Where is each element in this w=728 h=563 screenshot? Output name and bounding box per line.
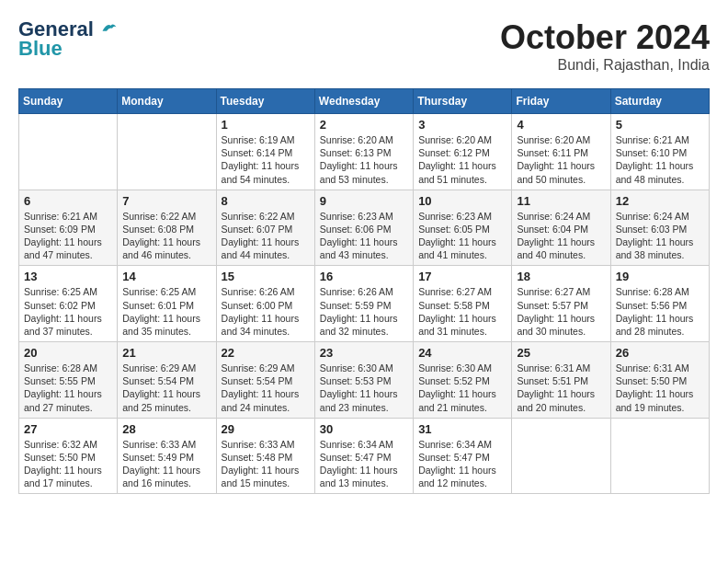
- calendar-cell: 2Sunrise: 6:20 AM Sunset: 6:13 PM Daylig…: [314, 114, 413, 190]
- month-title: October 2024: [500, 18, 710, 57]
- calendar-cell: 11Sunrise: 6:24 AM Sunset: 6:04 PM Dayli…: [512, 190, 610, 266]
- cell-content: Sunrise: 6:28 AM Sunset: 5:55 PM Dayligh…: [24, 362, 112, 414]
- logo: General Blue: [18, 18, 118, 61]
- day-number: 13: [24, 270, 112, 283]
- day-number: 4: [517, 118, 605, 132]
- calendar-cell: 10Sunrise: 6:23 AM Sunset: 6:05 PM Dayli…: [414, 190, 512, 266]
- cell-content: Sunrise: 6:33 AM Sunset: 5:48 PM Dayligh…: [222, 438, 310, 490]
- calendar-cell: 30Sunrise: 6:34 AM Sunset: 5:47 PM Dayli…: [314, 418, 413, 494]
- weekday-header-friday: Friday: [512, 89, 610, 114]
- cell-content: Sunrise: 6:32 AM Sunset: 5:50 PM Dayligh…: [24, 438, 112, 490]
- calendar-cell: 9Sunrise: 6:23 AM Sunset: 6:06 PM Daylig…: [314, 190, 413, 266]
- day-number: 10: [418, 194, 506, 208]
- cell-content: Sunrise: 6:28 AM Sunset: 5:56 PM Dayligh…: [616, 285, 704, 338]
- day-number: 28: [122, 422, 210, 436]
- calendar-cell: 20Sunrise: 6:28 AM Sunset: 5:55 PM Dayli…: [19, 342, 118, 419]
- day-number: 18: [517, 270, 605, 283]
- title-block: October 2024 Bundi, Rajasthan, India: [500, 18, 710, 74]
- calendar-cell: 28Sunrise: 6:33 AM Sunset: 5:49 PM Dayli…: [118, 418, 216, 494]
- cell-content: Sunrise: 6:22 AM Sunset: 6:08 PM Dayligh…: [122, 210, 210, 262]
- logo-bird-icon: [101, 19, 118, 36]
- day-number: 21: [122, 346, 210, 360]
- page-header: General Blue October 2024 Bundi, Rajasth…: [18, 18, 710, 74]
- cell-content: Sunrise: 6:30 AM Sunset: 5:53 PM Dayligh…: [320, 362, 408, 414]
- cell-content: Sunrise: 6:23 AM Sunset: 6:06 PM Dayligh…: [320, 210, 408, 262]
- day-number: 2: [320, 118, 408, 132]
- calendar-cell: 7Sunrise: 6:22 AM Sunset: 6:08 PM Daylig…: [118, 190, 216, 266]
- cell-content: Sunrise: 6:24 AM Sunset: 6:04 PM Dayligh…: [517, 210, 605, 262]
- day-number: 23: [320, 346, 408, 360]
- calendar-header-row: SundayMondayTuesdayWednesdayThursdayFrid…: [19, 89, 710, 114]
- cell-content: Sunrise: 6:20 AM Sunset: 6:11 PM Dayligh…: [517, 133, 605, 186]
- cell-content: Sunrise: 6:33 AM Sunset: 5:49 PM Dayligh…: [122, 438, 210, 490]
- calendar-cell: 3Sunrise: 6:20 AM Sunset: 6:12 PM Daylig…: [414, 114, 512, 190]
- cell-content: Sunrise: 6:25 AM Sunset: 6:02 PM Dayligh…: [24, 285, 112, 338]
- cell-content: Sunrise: 6:27 AM Sunset: 5:57 PM Dayligh…: [517, 285, 605, 338]
- day-number: 7: [122, 194, 210, 208]
- calendar-cell: 23Sunrise: 6:30 AM Sunset: 5:53 PM Dayli…: [314, 342, 413, 419]
- day-number: 9: [320, 194, 408, 208]
- calendar-cell: 18Sunrise: 6:27 AM Sunset: 5:57 PM Dayli…: [512, 266, 610, 342]
- cell-content: Sunrise: 6:34 AM Sunset: 5:47 PM Dayligh…: [418, 438, 506, 490]
- calendar-cell: 12Sunrise: 6:24 AM Sunset: 6:03 PM Dayli…: [610, 190, 709, 266]
- cell-content: Sunrise: 6:20 AM Sunset: 6:12 PM Dayligh…: [418, 133, 506, 186]
- calendar-cell: 27Sunrise: 6:32 AM Sunset: 5:50 PM Dayli…: [19, 418, 118, 494]
- day-number: 30: [320, 422, 408, 436]
- calendar-week-1: 1Sunrise: 6:19 AM Sunset: 6:14 PM Daylig…: [19, 114, 710, 190]
- weekday-header-thursday: Thursday: [414, 89, 512, 114]
- cell-content: Sunrise: 6:30 AM Sunset: 5:52 PM Dayligh…: [418, 362, 506, 414]
- cell-content: Sunrise: 6:26 AM Sunset: 6:00 PM Dayligh…: [222, 285, 310, 338]
- day-number: 3: [418, 118, 506, 132]
- day-number: 31: [418, 422, 506, 436]
- day-number: 29: [222, 422, 310, 436]
- calendar-week-3: 13Sunrise: 6:25 AM Sunset: 6:02 PM Dayli…: [19, 266, 710, 342]
- calendar-cell: 8Sunrise: 6:22 AM Sunset: 6:07 PM Daylig…: [216, 190, 314, 266]
- cell-content: Sunrise: 6:22 AM Sunset: 6:07 PM Dayligh…: [222, 210, 310, 262]
- calendar-cell: 5Sunrise: 6:21 AM Sunset: 6:10 PM Daylig…: [610, 114, 709, 190]
- day-number: 11: [517, 194, 605, 208]
- weekday-header-sunday: Sunday: [19, 89, 118, 114]
- cell-content: Sunrise: 6:20 AM Sunset: 6:13 PM Dayligh…: [320, 133, 408, 186]
- weekday-header-tuesday: Tuesday: [216, 89, 314, 114]
- weekday-header-saturday: Saturday: [610, 89, 709, 114]
- cell-content: Sunrise: 6:24 AM Sunset: 6:03 PM Dayligh…: [616, 210, 704, 262]
- day-number: 24: [418, 346, 506, 360]
- calendar-cell: [19, 114, 118, 190]
- cell-content: Sunrise: 6:29 AM Sunset: 5:54 PM Dayligh…: [222, 362, 310, 414]
- day-number: 5: [616, 118, 704, 132]
- cell-content: Sunrise: 6:31 AM Sunset: 5:50 PM Dayligh…: [616, 362, 704, 414]
- calendar-week-4: 20Sunrise: 6:28 AM Sunset: 5:55 PM Dayli…: [19, 342, 710, 419]
- calendar-cell: 1Sunrise: 6:19 AM Sunset: 6:14 PM Daylig…: [216, 114, 314, 190]
- day-number: 16: [320, 270, 408, 283]
- calendar-table: SundayMondayTuesdayWednesdayThursdayFrid…: [18, 88, 710, 494]
- calendar-cell: 22Sunrise: 6:29 AM Sunset: 5:54 PM Dayli…: [216, 342, 314, 419]
- calendar-cell: 19Sunrise: 6:28 AM Sunset: 5:56 PM Dayli…: [610, 266, 709, 342]
- weekday-header-wednesday: Wednesday: [314, 89, 413, 114]
- day-number: 19: [616, 270, 704, 283]
- cell-content: Sunrise: 6:27 AM Sunset: 5:58 PM Dayligh…: [418, 285, 506, 338]
- calendar-cell: 31Sunrise: 6:34 AM Sunset: 5:47 PM Dayli…: [414, 418, 512, 494]
- cell-content: Sunrise: 6:21 AM Sunset: 6:09 PM Dayligh…: [24, 210, 112, 262]
- weekday-header-monday: Monday: [118, 89, 216, 114]
- calendar-week-2: 6Sunrise: 6:21 AM Sunset: 6:09 PM Daylig…: [19, 190, 710, 266]
- calendar-body: 1Sunrise: 6:19 AM Sunset: 6:14 PM Daylig…: [19, 114, 710, 494]
- cell-content: Sunrise: 6:21 AM Sunset: 6:10 PM Dayligh…: [616, 133, 704, 186]
- calendar-cell: 25Sunrise: 6:31 AM Sunset: 5:51 PM Dayli…: [512, 342, 610, 419]
- day-number: 17: [418, 270, 506, 283]
- cell-content: Sunrise: 6:29 AM Sunset: 5:54 PM Dayligh…: [122, 362, 210, 414]
- day-number: 8: [222, 194, 310, 208]
- calendar-cell: 4Sunrise: 6:20 AM Sunset: 6:11 PM Daylig…: [512, 114, 610, 190]
- calendar-cell: 15Sunrise: 6:26 AM Sunset: 6:00 PM Dayli…: [216, 266, 314, 342]
- day-number: 14: [122, 270, 210, 283]
- calendar-cell: [610, 418, 709, 494]
- day-number: 15: [222, 270, 310, 283]
- calendar-cell: 29Sunrise: 6:33 AM Sunset: 5:48 PM Dayli…: [216, 418, 314, 494]
- calendar-cell: 14Sunrise: 6:25 AM Sunset: 6:01 PM Dayli…: [118, 266, 216, 342]
- cell-content: Sunrise: 6:23 AM Sunset: 6:05 PM Dayligh…: [418, 210, 506, 262]
- calendar-cell: 16Sunrise: 6:26 AM Sunset: 5:59 PM Dayli…: [314, 266, 413, 342]
- day-number: 12: [616, 194, 704, 208]
- cell-content: Sunrise: 6:25 AM Sunset: 6:01 PM Dayligh…: [122, 285, 210, 338]
- calendar-cell: [512, 418, 610, 494]
- day-number: 27: [24, 422, 112, 436]
- cell-content: Sunrise: 6:31 AM Sunset: 5:51 PM Dayligh…: [517, 362, 605, 414]
